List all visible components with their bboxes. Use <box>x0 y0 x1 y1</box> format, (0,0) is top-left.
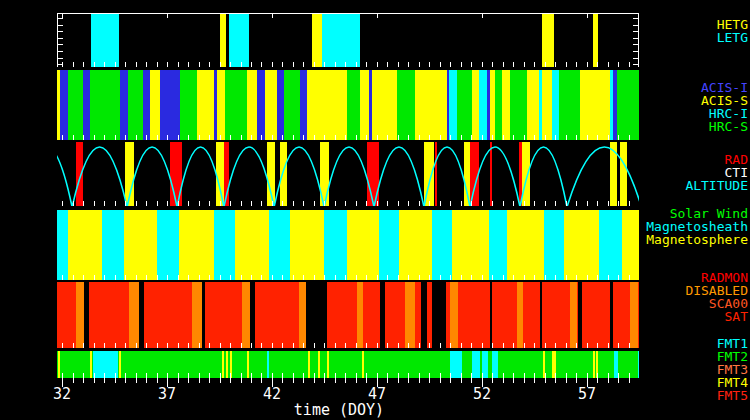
axis-minor-tick <box>251 378 252 383</box>
axis-tick-label: 37 <box>150 386 184 402</box>
axis-minor-tick <box>545 378 546 383</box>
axis-minor-tick <box>555 378 556 383</box>
axis-minor-tick <box>241 378 242 383</box>
axis-minor-tick <box>576 378 577 383</box>
axis-minor-tick <box>503 378 504 383</box>
axis-minor-tick <box>178 378 179 383</box>
mission-timeline-screen: HETGLETGACIS-IACIS-SHRC-IHRC-SRADCTIALTI… <box>0 0 750 420</box>
axis-minor-tick <box>513 378 514 383</box>
axis-minor-tick <box>629 378 630 383</box>
axis-minor-tick <box>293 378 294 383</box>
axis-minor-tick <box>419 378 420 383</box>
axis-minor-tick <box>157 378 158 383</box>
axis-minor-tick <box>566 378 567 383</box>
axis-minor-tick <box>146 378 147 383</box>
axis-tick-label: 52 <box>465 386 499 402</box>
axis-minor-tick <box>440 378 441 383</box>
axis-minor-tick <box>524 378 525 383</box>
axis-minor-tick <box>209 378 210 383</box>
axis-minor-tick <box>199 378 200 383</box>
axis-minor-tick <box>303 378 304 383</box>
axis-minor-tick <box>492 378 493 383</box>
axis-minor-tick <box>136 378 137 383</box>
axis-tick-label: 47 <box>360 386 394 402</box>
axis-minor-tick <box>94 378 95 383</box>
axis-minor-tick <box>366 378 367 383</box>
x-axis: time (DOY) 323742475257 <box>0 0 750 420</box>
axis-minor-tick <box>261 378 262 383</box>
axis-tick-label: 32 <box>45 386 79 402</box>
axis-minor-tick <box>188 378 189 383</box>
axis-minor-tick <box>429 378 430 383</box>
axis-minor-tick <box>73 378 74 383</box>
axis-minor-tick <box>314 378 315 383</box>
axis-minor-tick <box>387 378 388 383</box>
axis-minor-tick <box>461 378 462 383</box>
axis-minor-tick <box>534 378 535 383</box>
axis-minor-tick <box>398 378 399 383</box>
axis-minor-tick <box>324 378 325 383</box>
axis-minor-tick <box>230 378 231 383</box>
axis-minor-tick <box>618 378 619 383</box>
axis-minor-tick <box>115 378 116 383</box>
axis-minor-tick <box>471 378 472 383</box>
axis-minor-tick <box>408 378 409 383</box>
axis-minor-tick <box>220 378 221 383</box>
axis-minor-tick <box>282 378 283 383</box>
axis-tick-label: 42 <box>255 386 289 402</box>
axis-minor-tick <box>345 378 346 383</box>
axis-minor-tick <box>335 378 336 383</box>
axis-tick-label: 57 <box>570 386 604 402</box>
axis-minor-tick <box>125 378 126 383</box>
x-axis-title: time (DOY) <box>239 401 439 419</box>
axis-minor-tick <box>597 378 598 383</box>
axis-minor-tick <box>450 378 451 383</box>
axis-minor-tick <box>608 378 609 383</box>
axis-minor-tick <box>356 378 357 383</box>
axis-minor-tick <box>104 378 105 383</box>
axis-minor-tick <box>83 378 84 383</box>
